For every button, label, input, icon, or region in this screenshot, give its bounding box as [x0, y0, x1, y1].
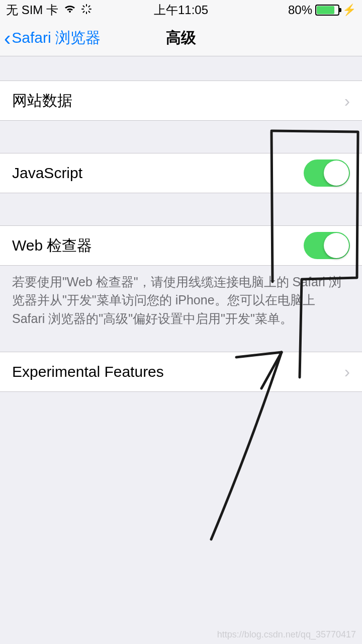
web-inspector-label: Web 检查器 — [12, 235, 92, 256]
website-data-label: 网站数据 — [12, 91, 72, 111]
status-time: 上午11:05 — [154, 2, 208, 18]
carrier-text: 无 SIM 卡 — [6, 2, 58, 18]
back-label: Safari 浏览器 — [12, 28, 101, 48]
web-inspector-toggle[interactable] — [304, 232, 350, 259]
wifi-icon — [63, 3, 76, 17]
chevron-right-icon: › — [344, 91, 350, 111]
web-inspector-help-text: 若要使用"Web 检查器"，请使用线缆连接电脑上的 Safari 浏览器并从"开… — [0, 266, 362, 328]
chevron-right-icon: › — [344, 362, 350, 381]
svg-line-5 — [88, 11, 89, 12]
settings-list: 网站数据 › JavaScript Web 检查器 若要使用"Web 检查器"，… — [0, 80, 362, 392]
javascript-toggle[interactable] — [304, 159, 350, 187]
experimental-label: Experimental Features — [12, 363, 164, 380]
back-button[interactable]: ‹ Safari 浏览器 — [4, 28, 101, 48]
status-bar: 无 SIM 卡 上午11:05 80% ⚡ — [0, 0, 362, 20]
loading-icon — [81, 3, 92, 17]
web-inspector-row[interactable]: Web 检查器 — [0, 225, 362, 266]
svg-line-6 — [83, 11, 84, 12]
website-data-row[interactable]: 网站数据 › — [0, 80, 362, 121]
charging-icon: ⚡ — [342, 4, 356, 17]
nav-bar: ‹ Safari 浏览器 高级 — [0, 20, 362, 56]
experimental-features-row[interactable]: Experimental Features › — [0, 352, 362, 392]
svg-line-4 — [83, 6, 84, 7]
watermark: https://blog.csdn.net/qq_35770417 — [217, 629, 356, 640]
javascript-row[interactable]: JavaScript — [0, 153, 362, 193]
chevron-left-icon: ‹ — [4, 28, 11, 48]
javascript-label: JavaScript — [12, 165, 82, 182]
status-left: 无 SIM 卡 — [6, 2, 92, 18]
page-title: 高级 — [166, 28, 196, 48]
status-right: 80% ⚡ — [288, 3, 356, 17]
battery-icon — [315, 5, 339, 16]
battery-percent: 80% — [288, 3, 312, 17]
svg-line-7 — [88, 6, 89, 7]
